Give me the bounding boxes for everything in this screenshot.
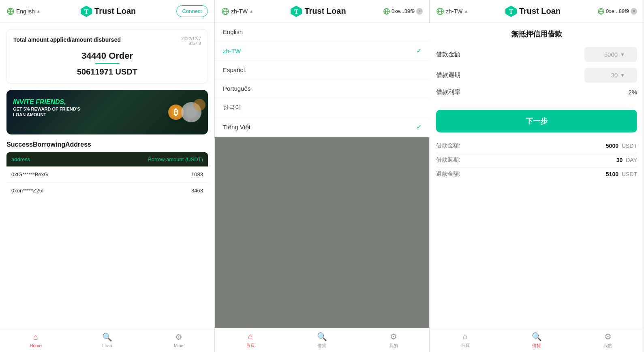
language-selector-2[interactable]: zh-TW ▲ (221, 7, 253, 15)
nav-home-2[interactable]: ⌂ 首頁 (215, 328, 286, 352)
summary-value-2: 5100 USDT (606, 171, 637, 177)
addr-val-1-0: 0xtG******BexG (11, 171, 179, 177)
amount-input[interactable]: 5000 ▼ (584, 47, 637, 62)
lang-label-3: zh-TW (446, 8, 462, 15)
nav-mine-2[interactable]: ⚙ 我的 (358, 328, 429, 352)
gear-icon-2: ⚙ (390, 332, 397, 341)
home-icon-2: ⌂ (248, 332, 253, 341)
stats-header-1: Total amount applied/amount disbursed 20… (13, 36, 201, 46)
nav-mine-label-2: 我的 (389, 343, 398, 349)
nav-mine-1[interactable]: ⚙ Mine (143, 328, 214, 352)
close-wallet-3[interactable]: × (631, 8, 637, 15)
logo-text-3: Trust Loan (519, 6, 561, 16)
search-icon-1: 🔍 (102, 332, 112, 342)
loan-form-title: 無抵押信用借款 (436, 29, 637, 39)
gear-icon-1: ⚙ (175, 332, 182, 342)
table-header-1: address Borrow amount (USDT) (6, 152, 208, 166)
logo-text-2: Trust Loan (304, 6, 346, 16)
table-rows-1: 0xtG******BexG 1083 0xon*****Z25I 3463 (6, 166, 208, 198)
nav-mine-3[interactable]: ⚙ 我的 (572, 328, 644, 352)
check-zh-tw: ✓ (416, 47, 421, 55)
period-row: 借款週期 30 ▼ (436, 68, 637, 83)
header-1: English ▲ T Trust Loan Connect (0, 0, 214, 23)
period-input[interactable]: 30 ▼ (584, 68, 637, 83)
globe-icon (6, 7, 15, 15)
stats-divider-1 (95, 63, 120, 64)
period-arrow: ▼ (620, 73, 625, 78)
lang-arrow-1: ▲ (36, 9, 41, 13)
amount-label: 借款金額 (436, 51, 460, 58)
banner-1: INVITE FRIENDS, GET 5% REWARD OF FRIEND'… (6, 90, 208, 134)
usdt-amount-1: 50611971 USDT (13, 67, 201, 77)
nav-loan-1[interactable]: 🔍 Loan (71, 328, 143, 352)
bottom-nav-3: ⌂ 首頁 🔍 借貸 ⚙ 我的 (430, 328, 644, 352)
wallet-icon-3 (598, 8, 604, 15)
logo-1: T Trust Loan (81, 6, 136, 17)
nav-home-label-3: 首頁 (461, 342, 470, 348)
lang-option-vietnamese[interactable]: Tiếng Việt ✓ (215, 117, 430, 137)
check-vietnamese: ✓ (416, 123, 421, 131)
lang-arrow-2: ▲ (249, 9, 253, 13)
logo-2: T Trust Loan (291, 6, 346, 17)
amount-row: 借款金額 5000 ▼ (436, 47, 637, 62)
svg-text:T: T (509, 8, 513, 15)
lang-option-korean[interactable]: 한국어 (215, 98, 430, 117)
amount-arrow: ▼ (620, 52, 625, 58)
col-address-1: address (11, 156, 143, 162)
banner-line2-1: GET 5% REWARD OF FRIEND'S (13, 107, 201, 111)
language-selector-3[interactable]: zh-TW ▲ (436, 7, 468, 15)
search-icon-2: 🔍 (317, 332, 327, 341)
logo-icon-2: T (291, 6, 302, 17)
lang-option-zh-tw[interactable]: zh-TW ✓ (215, 41, 430, 61)
summary-row-0: 借款金額: 5000 USDT (436, 139, 637, 153)
svg-text:T: T (294, 8, 299, 15)
nav-home-label-1: Home (30, 343, 41, 348)
stats-date-1: 2022/12/7 9:57:8 (181, 36, 201, 46)
wallet-text-2: 0xe...89f9 (392, 8, 415, 14)
summary-label-0: 借款金額: (436, 142, 460, 149)
summary-row-2: 還款金額: 5100 USDT (436, 167, 637, 181)
wallet-addr-2: 0xe...89f9 × (383, 8, 423, 15)
nav-home-1[interactable]: ⌂ Home (0, 328, 71, 352)
nav-loan-label-1: Loan (102, 343, 112, 348)
loan-form-content: 無抵押信用借款 借款金額 5000 ▼ 借款週期 30 ▼ 借款利率 2% 下一… (430, 23, 644, 328)
banner-line1-1: INVITE FRIENDS, (13, 98, 201, 106)
loan-summary: 借款金額: 5000 USDT 借款週期: 30 DAY 還款金額: 5100 … (436, 139, 637, 181)
language-selector-1[interactable]: English ▲ (6, 7, 41, 15)
panel-2-wrapper: zh-TW ▲ T Trust Loan 0xe...89f9 (215, 0, 430, 352)
table-row: 0xon*****Z25I 3463 (6, 183, 208, 198)
amount-value: 5000 (604, 51, 618, 58)
borrow-section-1: SuccessBorrowingAddress address Borrow a… (6, 141, 208, 198)
wallet-addr-3: 0xe...89f9 × (598, 8, 637, 15)
nav-home-3[interactable]: ⌂ 首頁 (430, 328, 501, 352)
banner-line3-1: LOAN AMOUNT (13, 112, 201, 117)
search-icon-3: 🔍 (532, 332, 542, 341)
home-icon-1: ⌂ (33, 333, 38, 342)
nav-loan-label-2: 借貸 (317, 343, 326, 349)
rate-label: 借款利率 (436, 88, 460, 96)
next-button[interactable]: 下一步 (436, 110, 637, 132)
lang-option-espanol[interactable]: Español. (215, 61, 430, 79)
nav-loan-label-3: 借貸 (532, 343, 541, 349)
lang-option-english[interactable]: English (215, 23, 430, 41)
nav-mine-label-3: 我的 (603, 343, 612, 349)
logo-text-1: Trust Loan (94, 6, 136, 16)
close-wallet-2[interactable]: × (416, 8, 423, 15)
table-row: 0xtG******BexG 1083 (6, 166, 208, 183)
nav-mine-label-1: Mine (174, 343, 184, 348)
connect-button-1[interactable]: Connect (176, 5, 208, 17)
nav-loan-2[interactable]: 🔍 借貸 (286, 328, 357, 352)
globe-icon-3 (436, 7, 444, 15)
addr-val-1-1: 0xon*****Z25I (11, 188, 179, 194)
nav-loan-3[interactable]: 🔍 借貸 (501, 328, 572, 352)
lang-option-portugues[interactable]: Português (215, 79, 430, 98)
amount-val-1-1: 3463 (179, 188, 203, 194)
bottom-nav-2: ⌂ 首頁 🔍 借貸 ⚙ 我的 (215, 328, 429, 352)
panel-3: zh-TW ▲ T Trust Loan 0xe...89f9 × 無抵押信用借… (430, 0, 644, 352)
header-3: zh-TW ▲ T Trust Loan 0xe...89f9 × (430, 0, 644, 23)
stats-section-1: Total amount applied/amount disbursed 20… (6, 29, 208, 83)
order-count-1: 34440 Order (13, 51, 201, 61)
wallet-icon-2 (383, 8, 390, 15)
nav-home-label-2: 首頁 (246, 342, 255, 348)
lang-label-2: zh-TW (231, 8, 248, 15)
